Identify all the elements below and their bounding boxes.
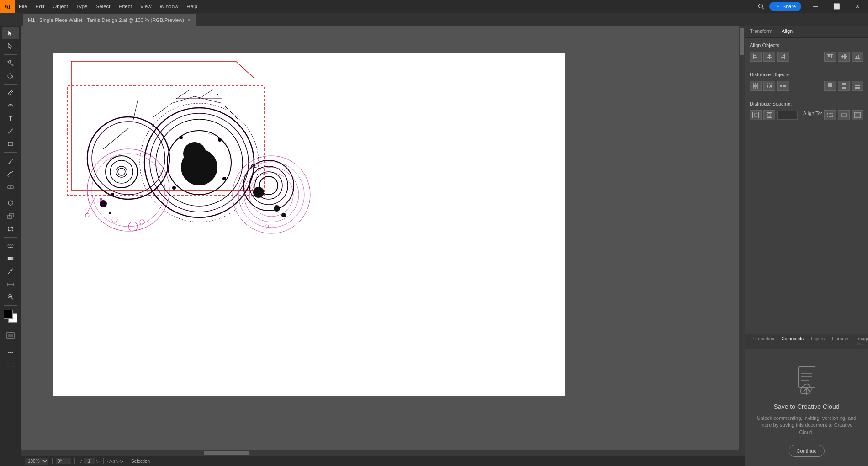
change-screen-mode[interactable] (2, 329, 19, 341)
direct-selection-tool[interactable] (2, 40, 19, 52)
menu-type[interactable]: Type (72, 0, 92, 13)
toggle-extras[interactable]: ⋮⋮ (2, 359, 19, 371)
search-button[interactable] (753, 0, 769, 13)
rotation-field[interactable] (56, 458, 71, 464)
color-swatches[interactable] (4, 310, 17, 323)
eraser-tool[interactable] (2, 180, 19, 192)
dist-left-btn[interactable] (750, 81, 762, 91)
zoom-select[interactable]: 100% 50% 200% (25, 458, 48, 465)
align-to-keyobj-btn[interactable] (838, 110, 850, 120)
tab-libraries[interactable]: Libraries (828, 334, 853, 349)
svg-rect-119 (780, 85, 782, 87)
line-tool[interactable] (2, 125, 19, 137)
measure-tool[interactable] (2, 278, 19, 290)
next-artboard[interactable]: ▷ (96, 459, 100, 464)
paintbrush-tool[interactable] (2, 155, 19, 167)
restore-button[interactable]: ⬜ (826, 0, 847, 13)
dist-center-h-btn[interactable] (763, 81, 775, 91)
align-to-artboard-btn[interactable] (852, 110, 863, 120)
pencil-tool[interactable] (2, 168, 19, 180)
save-to-cc-section: Save to Creative Cloud Unlock commenting… (745, 349, 868, 466)
document-tab[interactable]: M1 - Single Piece Wallet - Tardis Design… (23, 14, 196, 26)
align-to-selection-btn[interactable] (824, 110, 836, 120)
rotate-tool[interactable] (2, 197, 19, 209)
vertical-scrollbar-thumb[interactable] (740, 28, 744, 55)
menu-effect[interactable]: Effect (115, 0, 136, 13)
menu-bar: Ai File Edit Object Type Select Effect V… (0, 0, 868, 13)
align-to-selection-icon (826, 112, 834, 118)
menu-view[interactable]: View (136, 0, 156, 13)
svg-line-35 (11, 298, 13, 300)
menu-window[interactable]: Window (155, 0, 182, 13)
text-tool[interactable]: T (2, 112, 19, 124)
artboard-prev-btn[interactable]: ◁◁ ▷▷ (107, 459, 123, 464)
horizontal-scrollbar[interactable] (21, 450, 739, 456)
save-cc-description: Unlock commenting, inviting, versioning,… (754, 415, 859, 436)
share-button[interactable]: Share (769, 2, 801, 11)
eyedropper-tool[interactable] (2, 265, 19, 277)
tab-transform[interactable]: Transform (745, 26, 777, 37)
zoom-tool[interactable] (2, 291, 19, 303)
dist-right-btn[interactable] (777, 81, 789, 91)
artboard-number[interactable] (84, 458, 95, 464)
curvature-tool[interactable] (2, 100, 19, 111)
align-bottom-btn[interactable] (852, 52, 863, 62)
stroke-swatch[interactable] (4, 310, 13, 319)
scale-tool[interactable] (2, 210, 19, 222)
menu-file[interactable]: File (15, 0, 32, 13)
canvas-area[interactable]: 100% 50% 200% ◁ ▷ ◁◁ ▷▷ Selec (21, 26, 745, 466)
align-top-btn[interactable] (824, 52, 836, 62)
tab-comments[interactable]: Comments (778, 334, 807, 349)
minimize-button[interactable]: — (805, 0, 826, 13)
menu-edit[interactable]: Edit (32, 0, 49, 13)
svg-point-21 (8, 227, 9, 228)
continue-button[interactable]: Continue (789, 445, 824, 457)
rect-tool[interactable] (2, 138, 19, 150)
tab-image-trace[interactable]: Image Tr... (853, 334, 868, 349)
prev-artboard[interactable]: ◁ (79, 459, 82, 464)
free-transform-tool[interactable] (2, 223, 19, 235)
dist-top-btn[interactable] (824, 81, 836, 91)
svg-line-8 (8, 61, 9, 61)
menu-select[interactable]: Select (92, 0, 115, 13)
svg-rect-128 (855, 85, 860, 86)
dist-spacing-v-btn[interactable] (763, 110, 775, 120)
dist-bottom-btn[interactable] (852, 81, 863, 91)
free-transform-icon (7, 225, 14, 233)
svg-rect-102 (831, 55, 832, 58)
vertical-scrollbar[interactable] (739, 26, 745, 466)
menu-object[interactable]: Object (48, 0, 72, 13)
tab-close-button[interactable]: × (188, 17, 191, 22)
distribute-spacing-label: Distribute Spacing: (750, 101, 863, 106)
svg-point-22 (12, 227, 13, 228)
artboard-last[interactable]: ▷▷ (116, 459, 123, 464)
tab-layers[interactable]: Layers (807, 334, 828, 349)
dist-spacing-h-btn[interactable] (750, 110, 762, 120)
align-left-btn[interactable] (750, 52, 762, 62)
zoom-selector[interactable]: 100% 50% 200% (25, 458, 48, 465)
align-right-btn[interactable] (777, 52, 789, 62)
close-button[interactable]: ✕ (847, 0, 868, 13)
tab-align[interactable]: Align (777, 26, 797, 37)
gradient-icon (7, 255, 14, 262)
pen-tool[interactable] (2, 87, 19, 99)
horizontal-scrollbar-thumb[interactable] (204, 451, 249, 455)
rect-icon (7, 140, 14, 148)
dist-center-v-btn[interactable] (838, 81, 850, 91)
align-center-v-btn[interactable] (838, 52, 850, 62)
svg-rect-93 (754, 57, 757, 58)
magic-wand-tool[interactable] (2, 57, 19, 69)
tab-properties[interactable]: Properties (750, 334, 778, 349)
menu-help[interactable]: Help (182, 0, 201, 13)
main-area: T (0, 26, 868, 466)
align-center-h-btn[interactable] (763, 52, 775, 62)
svg-line-72 (172, 96, 195, 103)
artboard-first[interactable]: ◁◁ (107, 459, 115, 464)
spacing-value-input[interactable] (777, 111, 798, 120)
gradient-tool[interactable] (2, 253, 19, 265)
lasso-tool[interactable] (2, 70, 19, 82)
selection-tool[interactable] (2, 27, 19, 39)
shape-builder-tool[interactable] (2, 240, 19, 252)
more-tools[interactable]: ••• (2, 346, 19, 358)
pen-icon (7, 89, 14, 96)
